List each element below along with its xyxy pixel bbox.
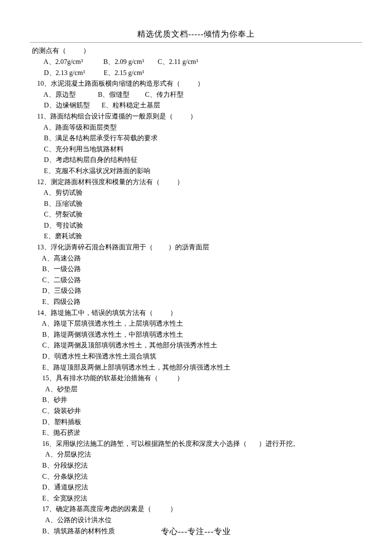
text-line: B、一级公路 [32, 263, 360, 275]
text-line: A、高速公路 [32, 253, 360, 264]
text-line: D、弱透水性土和强透水性土混合填筑 [32, 351, 360, 362]
text-line: E、抛石挤淤 [32, 427, 360, 438]
text-line: E、全宽纵挖法 [32, 493, 360, 504]
text-line: E、克服不利水温状况对路面的影响 [32, 165, 360, 176]
text-line: A、剪切试验 [32, 187, 360, 198]
text-line: A、2.07g/cm³ B、2.09 g/cm³ C、2.11 g/cm³ [32, 56, 360, 67]
text-line: B、砂井 [32, 394, 360, 405]
text-line: B、满足各结构层承受行车荷载的要求 [32, 133, 360, 144]
text-line: D、通道纵挖法 [32, 482, 360, 493]
document-body: 的测点有（ ） A、2.07g/cm³ B、2.09 g/cm³ C、2.11 … [0, 43, 392, 536]
text-line: 12、测定路面材料强度和模量的方法有（ ） [32, 176, 360, 188]
text-line: B、路堤两侧填强透水性土，中部填弱透水性土 [32, 329, 360, 340]
text-line: 10、水泥混凝土路面板横向缩缝的构造形式有（ ） [32, 78, 360, 89]
text-line: D、边缘钢筋型 E、粒料稳定土基层 [32, 100, 360, 111]
text-line: D、2.13 g/cm³ E、2.15 g/cm³ [32, 67, 360, 78]
text-line: D、三级公路 [32, 285, 360, 296]
text-line: 14、路堤施工中，错误的填筑方法有（ ） [32, 307, 360, 318]
text-line: D、弯拉试验 [32, 220, 360, 231]
text-line: A、原边型 B、假缝型 C、传力杆型 [32, 89, 360, 100]
text-line: A、路堤下层填强透水性土，上层填弱透水性土 [32, 318, 360, 329]
text-line: C、充分利用当地筑路材料 [32, 144, 360, 155]
text-line: E、四级公路 [32, 296, 360, 307]
text-line: 17、确定路基高度应考虑的因素是（ ） [32, 503, 360, 515]
text-line: C、袋装砂井 [32, 405, 360, 416]
text-line: 的测点有（ ） [32, 45, 360, 56]
text-line: C、劈裂试验 [32, 209, 360, 220]
text-line: A、砂垫层 [32, 384, 360, 395]
text-line: 13、浮化沥青碎石混合料路面宜用于（ ）的沥青面层 [32, 242, 360, 253]
text-line: E、磨耗试验 [32, 231, 360, 242]
text-line: B、分段纵挖法 [32, 460, 360, 471]
text-line: A、公路的设计洪水位 [32, 515, 360, 526]
text-line: D、塑料插板 [32, 416, 360, 428]
text-line: A、分层纵挖法 [32, 449, 360, 460]
text-line: E、路堤顶部及两侧上部填弱透水性土，其他部分填强透水性土 [32, 362, 360, 373]
text-line: 11、路面结构组合设计应遵循的一般原则是（ ） [32, 111, 360, 122]
text-line: D、考虑结构层自身的结构特征 [32, 154, 360, 165]
text-line: A、路面等级和面层类型 [32, 122, 360, 133]
text-line: C、二级公路 [32, 275, 360, 286]
text-line: 15、具有排水功能的软基处治措施有（ ） [32, 373, 360, 384]
text-line: B、压缩试验 [32, 198, 360, 209]
text-line: 16、采用纵挖法施工的路堑，可以根据路堑的长度和深度大小选择（ ）进行开挖。 [32, 438, 360, 449]
page-header: 精选优质文档-----倾情为你奉上 [30, 0, 362, 43]
text-line: C、分条纵挖法 [32, 471, 360, 482]
page-footer: 专心---专注---专业 [0, 525, 392, 538]
text-line: C、路堤两侧及顶部填弱透水性土，其他部分填强秀水性土 [32, 340, 360, 351]
